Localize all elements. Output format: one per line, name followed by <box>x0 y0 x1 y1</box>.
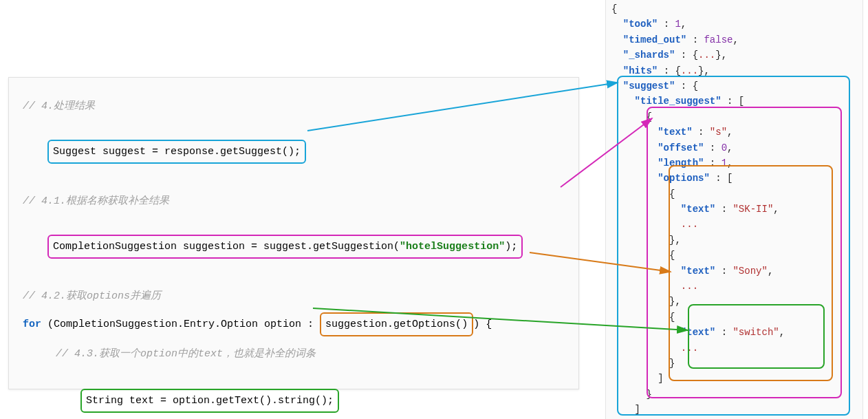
comment-4: // 4.处理结果 <box>23 97 565 116</box>
java-code-panel: // 4.处理结果 Suggest suggest = response.get… <box>8 77 579 389</box>
code-getText: String text = option.getText().string(); <box>80 389 339 413</box>
code-getSuggest: Suggest suggest = response.getSuggest(); <box>47 140 306 164</box>
json-response-panel: { "took" : 1, "timed_out" : false, "_sha… <box>605 0 863 419</box>
comment-4-1: // 4.1.根据名称获取补全结果 <box>23 192 565 211</box>
for-line: for (CompletionSuggestion.Entry.Option o… <box>23 312 565 336</box>
comment-4-3: // 4.3.获取一个option中的text，也就是补全的词条 <box>56 345 565 363</box>
comment-4-2: // 4.2.获取options并遍历 <box>23 287 565 305</box>
code-getOptions: suggestion.getOptions() <box>320 312 473 336</box>
code-getSuggestion: CompletionSuggestion suggestion = sugges… <box>47 235 523 259</box>
